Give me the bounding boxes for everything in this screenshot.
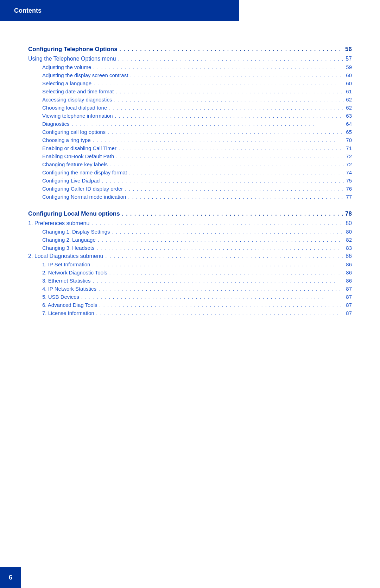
- toc-dots: . . . . . . . . . . . . . . . . . . . . …: [109, 270, 344, 276]
- toc-item[interactable]: Adjusting the volume . . . . . . . . . .…: [28, 64, 352, 70]
- toc-item[interactable]: 2. Local Diagnostics submenu . . . . . .…: [28, 253, 352, 259]
- toc-item[interactable]: Configuring Caller ID display order . . …: [28, 186, 352, 192]
- toc-item-label: Selecting a language: [42, 80, 91, 86]
- toc-item-label: Using the Telephone Options menu: [28, 56, 116, 62]
- toc-item[interactable]: Using the Telephone Options menu . . . .…: [28, 56, 352, 62]
- toc-dots: . . . . . . . . . . . . . . . . . . . . …: [120, 47, 343, 52]
- toc-item[interactable]: 4. IP Network Statistics . . . . . . . .…: [28, 286, 352, 292]
- toc-dots: . . . . . . . . . . . . . . . . . . . . …: [115, 113, 344, 119]
- toc-item-label: Choosing local dialpad tone: [42, 105, 107, 111]
- toc-page-number: 60: [346, 72, 352, 78]
- toc-item[interactable]: Viewing telephone information . . . . . …: [28, 113, 352, 119]
- toc-item-label: Choosing a ring type: [42, 137, 91, 143]
- toc-dots: . . . . . . . . . . . . . . . . . . . . …: [108, 130, 344, 135]
- toc-item-label: Enabling or disabling Call Timer: [42, 145, 116, 151]
- toc-dots: . . . . . . . . . . . . . . . . . . . . …: [93, 65, 344, 70]
- toc-item[interactable]: Configuring Local Menu options . . . . .…: [28, 210, 352, 217]
- toc-item-label: Configuring the name display format: [42, 169, 127, 175]
- toc-item[interactable]: Enabling OnHook Default Path . . . . . .…: [28, 153, 352, 159]
- toc-item-label: Selecting date and time format: [42, 88, 114, 94]
- toc-item-label: 6. Advanced Diag Tools: [42, 302, 97, 308]
- toc-item[interactable]: 3. Ethernet Statistics . . . . . . . . .…: [28, 278, 352, 284]
- toc-dots: . . . . . . . . . . . . . . . . . . . . …: [114, 97, 344, 103]
- toc-page-number: 56: [345, 46, 352, 53]
- toc-dots: . . . . . . . . . . . . . . . . . . . . …: [130, 73, 344, 78]
- toc-item-label: 5. USB Devices: [42, 294, 79, 300]
- toc-item[interactable]: Changing 3. Headsets . . . . . . . . . .…: [28, 245, 352, 251]
- toc-page-number: 65: [346, 129, 352, 135]
- toc-item-label: Changing feature key labels: [42, 161, 108, 167]
- toc-dots: . . . . . . . . . . . . . . . . . . . . …: [96, 311, 344, 316]
- page-number-box: 6: [0, 567, 21, 588]
- toc-item-label: 3. Ethernet Statistics: [42, 278, 91, 284]
- toc-dots: . . . . . . . . . . . . . . . . . . . . …: [102, 178, 344, 184]
- toc-page-number: 61: [346, 88, 352, 94]
- toc-dots: . . . . . . . . . . . . . . . . . . . . …: [119, 146, 344, 151]
- toc-item[interactable]: Configuring Normal mode indication . . .…: [28, 194, 352, 200]
- toc-item[interactable]: Accessing display diagnostics . . . . . …: [28, 97, 352, 103]
- toc-page-number: 63: [346, 113, 352, 119]
- toc-item-label: Adjusting the display screen contrast: [42, 72, 128, 78]
- toc-dots: . . . . . . . . . . . . . . . . . . . . …: [112, 229, 344, 235]
- toc-item[interactable]: 7. License Information . . . . . . . . .…: [28, 310, 352, 316]
- toc-item[interactable]: Selecting date and time format . . . . .…: [28, 88, 352, 94]
- toc-page-number: 83: [346, 245, 352, 251]
- toc-item[interactable]: Configuring Live Dialpad . . . . . . . .…: [28, 178, 352, 184]
- toc-item[interactable]: Configuring the name display format . . …: [28, 169, 352, 175]
- toc-page-number: 80: [346, 220, 352, 227]
- toc-page-number: 86: [346, 253, 352, 259]
- toc-page-number: 78: [345, 210, 352, 217]
- toc-item[interactable]: 5. USB Devices . . . . . . . . . . . . .…: [28, 294, 352, 300]
- toc-page-number: 72: [346, 153, 352, 159]
- toc-item-label: Changing 1. Display Settings: [42, 229, 110, 235]
- toc-dots: . . . . . . . . . . . . . . . . . . . . …: [98, 237, 344, 243]
- toc-item[interactable]: Choosing local dialpad tone . . . . . . …: [28, 105, 352, 111]
- toc-item-label: Configuring call log options: [42, 129, 106, 135]
- toc-item-label: Configuring Local Menu options: [28, 210, 120, 217]
- toc-dots: . . . . . . . . . . . . . . . . . . . . …: [92, 262, 344, 267]
- toc-dots: . . . . . . . . . . . . . . . . . . . . …: [116, 89, 344, 94]
- toc-item-label: Accessing display diagnostics: [42, 97, 112, 103]
- toc-item[interactable]: Enabling or disabling Call Timer . . . .…: [28, 145, 352, 151]
- toc-item[interactable]: Selecting a language . . . . . . . . . .…: [28, 80, 352, 86]
- toc-item[interactable]: Configuring call log options . . . . . .…: [28, 129, 352, 135]
- toc-item[interactable]: Diagnostics . . . . . . . . . . . . . . …: [28, 121, 352, 127]
- toc-item[interactable]: Changing 1. Display Settings . . . . . .…: [28, 229, 352, 235]
- toc-dots: . . . . . . . . . . . . . . . . . . . . …: [122, 211, 343, 217]
- toc-page-number: 75: [346, 178, 352, 184]
- toc-item[interactable]: 2. Network Diagnostic Tools . . . . . . …: [28, 270, 352, 276]
- toc-item[interactable]: 6. Advanced Diag Tools . . . . . . . . .…: [28, 302, 352, 308]
- toc-item[interactable]: Choosing a ring type . . . . . . . . . .…: [28, 137, 352, 143]
- toc-page-number: 71: [346, 145, 352, 151]
- toc-dots: . . . . . . . . . . . . . . . . . . . . …: [128, 194, 344, 200]
- header-title: Contents: [14, 7, 42, 14]
- toc-item-label: 4. IP Network Statistics: [42, 286, 96, 292]
- toc-item[interactable]: Changing 2. Language . . . . . . . . . .…: [28, 237, 352, 243]
- toc-page-number: 87: [346, 310, 352, 316]
- toc-item-label: 1. Preferences submenu: [28, 220, 89, 227]
- toc-dots: . . . . . . . . . . . . . . . . . . . . …: [96, 246, 344, 251]
- toc-item-label: Viewing telephone information: [42, 113, 113, 119]
- toc-dots: . . . . . . . . . . . . . . . . . . . . …: [116, 154, 344, 159]
- toc-page-number: 57: [346, 56, 352, 62]
- toc-dots: . . . . . . . . . . . . . . . . . . . . …: [91, 221, 343, 226]
- toc-page-number: 80: [346, 229, 352, 235]
- toc-item[interactable]: Adjusting the display screen contrast . …: [28, 72, 352, 78]
- toc-dots: . . . . . . . . . . . . . . . . . . . . …: [118, 56, 344, 62]
- toc-item-label: 1. IP Set Information: [42, 261, 90, 267]
- toc-item[interactable]: 1. IP Set Information . . . . . . . . . …: [28, 261, 352, 267]
- toc-page-number: 87: [346, 294, 352, 300]
- toc-dots: . . . . . . . . . . . . . . . . . . . . …: [125, 186, 344, 192]
- toc-item-label: 2. Network Diagnostic Tools: [42, 270, 107, 276]
- toc-item[interactable]: Changing feature key labels . . . . . . …: [28, 161, 352, 167]
- toc-item-label: Diagnostics: [42, 121, 70, 127]
- toc-item[interactable]: Configuring Telephone Options . . . . . …: [28, 46, 352, 53]
- page-wrapper: Contents Configuring Telephone Options .…: [0, 0, 380, 588]
- toc-page-number: 60: [346, 80, 352, 86]
- toc-dots: . . . . . . . . . . . . . . . . . . . . …: [105, 253, 343, 259]
- toc-page-number: 74: [346, 169, 352, 175]
- toc-page-number: 86: [346, 278, 352, 284]
- toc-page-number: 72: [346, 161, 352, 167]
- toc-item[interactable]: 1. Preferences submenu . . . . . . . . .…: [28, 220, 352, 227]
- toc-dots: . . . . . . . . . . . . . . . . . . . . …: [81, 295, 344, 300]
